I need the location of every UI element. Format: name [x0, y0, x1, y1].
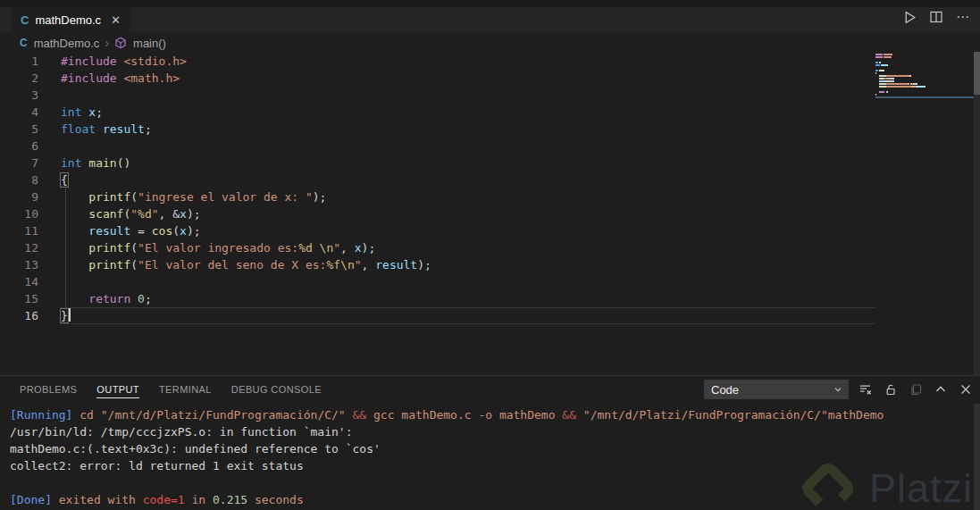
breadcrumb-symbol[interactable]: main() — [133, 37, 166, 50]
panel-controls: Code — [704, 380, 974, 399]
maximize-panel-icon[interactable] — [933, 381, 949, 397]
output-line — [10, 474, 980, 491]
code-line[interactable]: 2#include <math.h> — [0, 70, 875, 87]
code-line[interactable]: 11 result = cos(x); — [0, 222, 875, 239]
run-code-icon[interactable] — [901, 9, 917, 25]
panel-header: PROBLEMS OUTPUT TERMINAL DEBUG CONSOLE C… — [0, 376, 980, 403]
line-number: 13 — [0, 256, 61, 273]
panel-scrollbar[interactable] — [974, 404, 980, 510]
code-line[interactable]: 10 scanf("%d", &x); — [0, 205, 875, 222]
minimap-line — [875, 56, 974, 58]
minimap-current-line — [875, 96, 974, 98]
code-line[interactable]: 5float result; — [0, 121, 875, 138]
code-line[interactable]: 6 — [0, 138, 875, 155]
minimap-line — [875, 86, 974, 88]
minimap-line — [875, 83, 974, 85]
c-language-icon: C — [20, 37, 28, 49]
line-content: result = cos(x); — [61, 222, 875, 239]
c-language-icon: C — [21, 13, 29, 27]
line-number: 4 — [0, 104, 61, 121]
line-content: #include <stdio.h> — [61, 53, 875, 70]
clear-output-icon[interactable] — [858, 381, 874, 397]
code-line[interactable]: 8{ — [0, 171, 875, 188]
output-channel-select[interactable]: Code — [704, 380, 849, 399]
minimap-line — [875, 78, 974, 79]
editor-area[interactable]: 1#include <stdio.h>2#include <math.h>34i… — [0, 52, 980, 375]
line-content: float result; — [61, 121, 875, 138]
line-number: 15 — [0, 290, 61, 307]
line-number: 14 — [0, 273, 61, 290]
code-line[interactable]: 7int main() — [0, 155, 875, 171]
line-number: 3 — [0, 87, 61, 104]
editor-actions: ⋯ — [901, 9, 971, 25]
minimap-line — [875, 91, 974, 93]
line-content — [61, 138, 875, 155]
code-line[interactable]: 3 — [0, 87, 875, 104]
line-number: 1 — [0, 53, 61, 70]
unlock-icon[interactable] — [883, 381, 899, 397]
close-panel-icon[interactable] — [958, 381, 974, 397]
line-content: scanf("%d", &x); — [61, 205, 875, 222]
output-channel-value: Code — [711, 383, 739, 397]
titlebar-strip — [0, 0, 980, 7]
line-number: 12 — [0, 239, 61, 256]
line-number: 2 — [0, 70, 61, 87]
minimap-line — [875, 94, 974, 96]
minimap-line — [875, 80, 974, 82]
editor-scrollbar[interactable] — [974, 52, 980, 375]
line-content — [61, 87, 875, 104]
line-content: return 0; — [61, 290, 875, 307]
line-content: printf("El valor del seno de X es:%f\n",… — [61, 256, 875, 273]
output-line: [Running] cd "/mnt/d/Platzi/FundPrograma… — [10, 406, 980, 423]
breadcrumb-file[interactable]: mathDemo.c — [34, 37, 100, 50]
more-actions-icon[interactable]: ⋯ — [955, 9, 971, 25]
output-line: /usr/bin/ld: /tmp/cccjzxPS.o: in functio… — [10, 423, 980, 440]
minimap[interactable] — [875, 52, 974, 98]
line-content: int main() — [61, 155, 875, 171]
minimap-line — [875, 72, 974, 74]
line-number: 9 — [0, 188, 61, 205]
code-line[interactable]: 9 printf("ingrese el valor de x: "); — [0, 188, 875, 205]
output-line: [Done] exited with code=1 in 0.215 secon… — [10, 491, 980, 508]
tab-debug-console[interactable]: DEBUG CONSOLE — [231, 380, 322, 398]
tab-problems[interactable]: PROBLEMS — [20, 380, 77, 398]
code-line[interactable]: 1#include <stdio.h> — [0, 53, 875, 70]
code-line[interactable]: 15 return 0; — [0, 290, 875, 307]
tab-mathdemo[interactable]: C mathDemo.c ✕ — [12, 7, 130, 32]
code-line[interactable]: 4int x; — [0, 104, 875, 121]
code-lines[interactable]: 1#include <stdio.h>2#include <math.h>34i… — [0, 53, 875, 324]
line-number: 10 — [0, 205, 61, 222]
open-log-file-icon[interactable] — [908, 381, 924, 397]
line-content: printf("El valor ingresado es:%d \n", x)… — [61, 239, 875, 256]
editor-scrollbar-thumb[interactable] — [974, 52, 980, 95]
minimap-line — [875, 54, 974, 55]
line-number: 5 — [0, 121, 61, 138]
tab-output[interactable]: OUTPUT — [96, 380, 139, 398]
code-line[interactable]: 12 printf("El valor ingresado es:%d \n",… — [0, 239, 875, 256]
tab-label: mathDemo.c — [35, 13, 101, 27]
code-line[interactable]: 13 printf("El valor del seno de X es:%f\… — [0, 256, 875, 273]
vscode-window: C mathDemo.c ✕ ⋯ C mathDemo.c › main() 1… — [0, 0, 980, 510]
minimap-line — [875, 67, 974, 69]
line-number: 6 — [0, 138, 61, 155]
breadcrumb: C mathDemo.c › main() — [0, 34, 166, 52]
code-line[interactable]: 16} — [0, 307, 875, 324]
panel-tabs: PROBLEMS OUTPUT TERMINAL DEBUG CONSOLE — [0, 376, 322, 403]
minimap-line — [875, 70, 974, 71]
minimap-line — [875, 75, 974, 77]
close-icon[interactable]: ✕ — [111, 14, 121, 26]
minimap-line — [875, 64, 974, 66]
split-editor-icon[interactable] — [928, 9, 944, 25]
line-number: 8 — [0, 171, 61, 188]
tab-terminal[interactable]: TERMINAL — [159, 380, 212, 398]
chevron-down-icon — [833, 384, 843, 395]
line-number: 7 — [0, 155, 61, 171]
output-console[interactable]: [Running] cd "/mnt/d/Platzi/FundPrograma… — [0, 403, 980, 508]
code-line[interactable]: 14 — [0, 273, 875, 290]
symbol-method-cube-icon — [114, 37, 127, 49]
line-content: { — [61, 171, 875, 188]
line-content — [61, 273, 875, 290]
text-cursor — [69, 308, 71, 322]
minimap-line — [875, 88, 974, 90]
line-number: 16 — [0, 307, 61, 324]
